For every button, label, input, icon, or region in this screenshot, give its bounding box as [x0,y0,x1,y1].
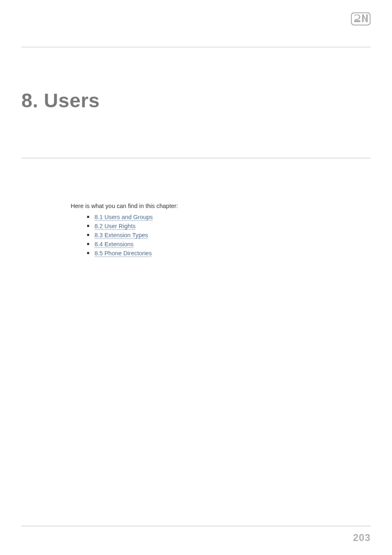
chapter-link-list: 8.1 Users and Groups 8.2 User Rights 8.3… [87,213,371,258]
page-header [21,15,371,35]
link-phone-directories[interactable]: 8.5 Phone Directories [95,250,152,257]
footer-divider [21,526,371,526]
list-item: 8.2 User Rights [87,222,371,231]
list-item: 8.3 Extension Types [87,231,371,240]
intro-text: Here is what you can find in this chapte… [71,203,371,209]
list-item: 8.5 Phone Directories [87,249,371,258]
list-item: 8.1 Users and Groups [87,213,371,222]
link-extensions[interactable]: 8.4 Extensions [95,241,134,248]
brand-logo-icon [351,12,371,27]
header-divider [21,47,371,47]
link-user-rights[interactable]: 8.2 User Rights [95,223,136,230]
page-title: 8. Users [21,89,371,112]
document-page: 8. Users Here is what you can find in th… [0,0,392,555]
title-divider [21,158,371,158]
page-number: 203 [353,532,371,543]
list-item: 8.4 Extensions [87,240,371,249]
link-users-and-groups[interactable]: 8.1 Users and Groups [95,214,153,221]
link-extension-types[interactable]: 8.3 Extension Types [95,232,148,239]
